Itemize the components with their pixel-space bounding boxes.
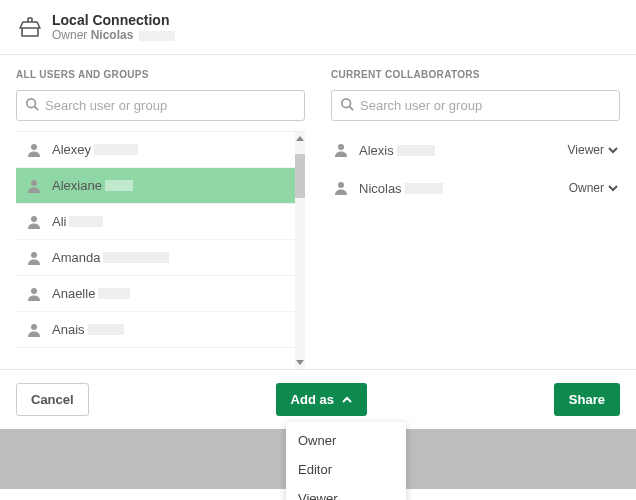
add-as-button[interactable]: Add as — [276, 383, 367, 416]
scroll-down-icon[interactable] — [296, 360, 304, 365]
person-icon — [26, 142, 42, 158]
user-name: Anaelle — [52, 286, 95, 301]
all-users-list-container: AlexeyAlexianeAliAmandaAnaelleAnais — [16, 131, 305, 369]
svg-line-1 — [35, 107, 39, 111]
user-row[interactable]: Ali — [16, 204, 305, 240]
svg-point-7 — [31, 324, 37, 330]
person-icon — [26, 322, 42, 338]
svg-point-6 — [31, 288, 37, 294]
role-selector[interactable]: Viewer — [568, 143, 618, 157]
chevron-down-icon — [608, 181, 618, 195]
collaborator-row: AlexisViewer — [331, 131, 620, 169]
owner-label: Owner — [52, 28, 87, 42]
user-name: Anais — [52, 322, 85, 337]
all-users-label: ALL USERS AND GROUPS — [16, 69, 305, 80]
collaborator-lastname-redacted — [405, 183, 443, 194]
user-lastname-redacted — [105, 180, 133, 191]
svg-point-5 — [31, 252, 37, 258]
owner-lastname-redacted — [139, 31, 175, 41]
user-row[interactable]: Alexiane — [16, 168, 305, 204]
person-icon — [333, 180, 349, 196]
dialog-header: Local Connection Owner Nicolas — [0, 0, 636, 55]
person-icon — [26, 178, 42, 194]
collaborators-search[interactable] — [331, 90, 620, 121]
svg-point-2 — [31, 144, 37, 150]
svg-point-0 — [27, 99, 36, 108]
dialog-body: ALL USERS AND GROUPS AlexeyAlexianeAliAm… — [0, 55, 636, 369]
owner-name: Nicolas — [91, 28, 134, 42]
chevron-up-icon — [342, 392, 352, 407]
connection-icon — [16, 13, 44, 41]
scroll-up-icon[interactable] — [296, 136, 304, 141]
collaborator-role: Viewer — [568, 143, 604, 157]
all-users-list[interactable]: AlexeyAlexianeAliAmandaAnaelleAnais — [16, 132, 305, 369]
user-name: Amanda — [52, 250, 100, 265]
user-name: Alexiane — [52, 178, 102, 193]
add-as-menu-item[interactable]: Owner — [286, 426, 406, 455]
all-users-search-input[interactable] — [45, 98, 296, 113]
add-as-menu-item[interactable]: Viewer — [286, 484, 406, 500]
collaborators-panel: CURRENT COLLABORATORS AlexisViewerNicola… — [331, 69, 620, 369]
user-row[interactable]: Alexey — [16, 132, 305, 168]
add-as-menu: OwnerEditorViewer — [286, 422, 406, 500]
search-icon — [340, 97, 360, 114]
user-row[interactable]: Amanda — [16, 240, 305, 276]
user-lastname-redacted — [98, 288, 130, 299]
collaborator-name: Alexis — [359, 143, 394, 158]
user-name: Alexey — [52, 142, 91, 157]
cancel-button[interactable]: Cancel — [16, 383, 89, 416]
add-as-menu-item[interactable]: Editor — [286, 455, 406, 484]
cancel-button-label: Cancel — [31, 392, 74, 407]
chevron-down-icon — [608, 143, 618, 157]
share-button[interactable]: Share — [554, 383, 620, 416]
all-users-search[interactable] — [16, 90, 305, 121]
svg-point-8 — [342, 99, 351, 108]
collaborators-label: CURRENT COLLABORATORS — [331, 69, 620, 80]
collaborator-role: Owner — [569, 181, 604, 195]
user-name: Ali — [52, 214, 66, 229]
dialog-title: Local Connection — [52, 12, 175, 28]
user-row[interactable]: Anais — [16, 312, 305, 348]
collaborators-list: AlexisViewerNicolasOwner — [331, 131, 620, 207]
user-lastname-redacted — [103, 252, 169, 263]
user-lastname-redacted — [94, 144, 138, 155]
scrollbar-thumb[interactable] — [295, 154, 305, 198]
collaborator-name: Nicolas — [359, 181, 402, 196]
scrollbar[interactable] — [295, 132, 305, 369]
svg-line-9 — [350, 107, 354, 111]
role-selector[interactable]: Owner — [569, 181, 618, 195]
all-users-panel: ALL USERS AND GROUPS AlexeyAlexianeAliAm… — [16, 69, 305, 369]
svg-point-11 — [338, 182, 344, 188]
collaborator-lastname-redacted — [397, 145, 435, 156]
user-lastname-redacted — [88, 324, 124, 335]
collaborator-row: NicolasOwner — [331, 169, 620, 207]
user-row[interactable]: Anaelle — [16, 276, 305, 312]
svg-point-10 — [338, 144, 344, 150]
person-icon — [26, 214, 42, 230]
owner-line: Owner Nicolas — [52, 28, 175, 42]
person-icon — [333, 142, 349, 158]
share-button-label: Share — [569, 392, 605, 407]
person-icon — [26, 250, 42, 266]
search-icon — [25, 97, 45, 114]
svg-point-3 — [31, 180, 37, 186]
collaborators-search-input[interactable] — [360, 98, 611, 113]
svg-point-4 — [31, 216, 37, 222]
add-as-button-label: Add as — [291, 392, 334, 407]
dialog-footer: Cancel Add as Share OwnerEditorViewer — [0, 369, 636, 429]
person-icon — [26, 286, 42, 302]
user-lastname-redacted — [69, 216, 103, 227]
